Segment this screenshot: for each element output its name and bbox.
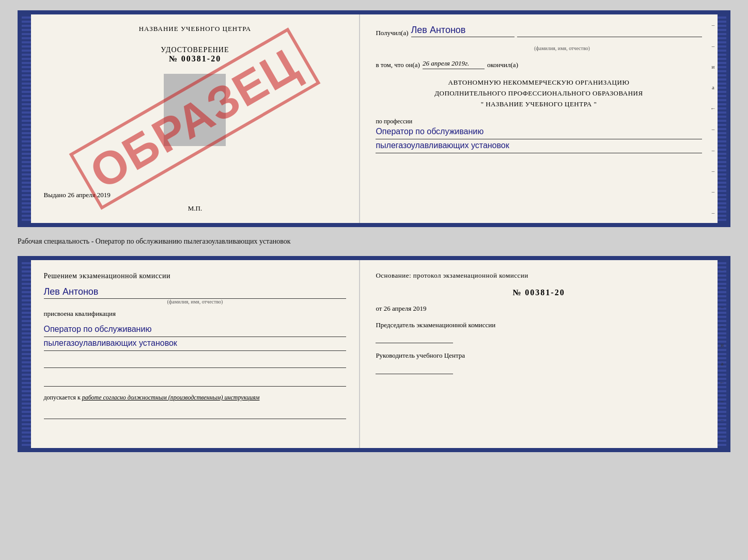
completed-suffix: окончил(а) [487,61,518,69]
photo-placeholder [164,74,226,146]
specialty-text: Рабочая специальность - Оператор по обсл… [18,233,730,250]
cert-left-panel: НАЗВАНИЕ УЧЕБНОГО ЦЕНТРА УДОСТОВЕРЕНИЕ №… [31,14,361,223]
fio-subtitle-bottom: (фамилия, имя, отчество) [44,299,347,305]
completed-date: 26 апреля 2019г. [423,59,485,69]
document-container: НАЗВАНИЕ УЧЕБНОГО ЦЕНТРА УДОСТОВЕРЕНИЕ №… [18,10,730,452]
document-block: УДОСТОВЕРЕНИЕ № 00381-20 [161,46,229,63]
right-side-markers: – – и а ← – – – – – [709,14,718,223]
left-spine [22,14,31,223]
qualification-block: Оператор по обслуживанию пылегазоулавлив… [44,323,347,351]
completed-line: в том, что он(а) 26 апреля 2019г. окончи… [376,59,702,69]
empty-line-2 [44,376,347,387]
bottom-right-panel: Основание: протокол экзаменационной коми… [360,260,717,448]
top-certificate: НАЗВАНИЕ УЧЕБНОГО ЦЕНТРА УДОСТОВЕРЕНИЕ №… [18,10,730,227]
protocol-date-prefix: от [376,305,382,312]
profession-label: по профессии [376,118,702,125]
osnov-header: Основание: протокол экзаменационной коми… [376,270,702,281]
qualification-label: присвоена квалификация [44,310,347,318]
bottom-left-panel: Решением экзаменационной комиссии Лев Ан… [31,260,361,448]
received-label: Получил(а) [376,29,408,37]
protocol-date: 26 апреля 2019 [384,305,427,312]
допускается-value: работе согласно должностным (производств… [82,394,260,401]
director-block: Руководитель учебного Центра [376,350,702,374]
received-name: Лев Антонов [411,25,515,37]
допускается-label: допускается к [44,394,81,401]
org-block: АВТОНОМНУЮ НЕКОММЕРЧЕСКУЮ ОРГАНИЗАЦИЮ ДО… [376,77,702,109]
chairman-signature-line [376,333,453,343]
profession-line2: пылегазоулавливающих установок [376,139,702,153]
bottom-certificate: Решением экзаменационной комиссии Лев Ан… [18,256,730,452]
org-line2: ДОПОЛНИТЕЛЬНОГО ПРОФЕССИОНАЛЬНОГО ОБРАЗО… [376,88,702,99]
document-title: УДОСТОВЕРЕНИЕ [161,46,229,54]
right-markers-bottom: – – – – и а ← – – – [718,260,726,448]
left-spine-bottom [22,260,31,448]
school-name-left: НАЗВАНИЕ УЧЕБНОГО ЦЕНТРА [139,25,251,33]
profession-block: по профессии Оператор по обслуживанию пы… [376,118,702,153]
director-label: Руководитель учебного Центра [376,350,702,361]
commission-person-name: Лев Антонов [44,286,347,299]
chairman-label: Председатель экзаменационной комиссии [376,320,702,331]
issued-label: Выдано [44,191,66,199]
mp-label: М.П. [188,204,202,213]
org-name: " НАЗВАНИЕ УЧЕБНОГО ЦЕНТРА " [376,99,702,110]
issued-date: 26 апреля 2019 [68,191,111,199]
qualification-line2: пылегазоулавливающих установок [44,337,347,351]
protocol-date-block: от 26 апреля 2019 [376,305,702,313]
dash-filler [517,37,702,37]
right-spine-top [718,14,727,223]
empty-line-1 [44,358,347,368]
profession-line1: Оператор по обслуживанию [376,125,702,139]
received-line: Получил(а) Лев Антонов [376,25,702,37]
empty-line-3 [44,409,347,419]
commission-header: Решением экзаменационной комиссии [44,270,347,281]
fio-subtitle-top: (фамилия, имя, отчество) [422,45,702,51]
org-line1: АВТОНОМНУЮ НЕКОММЕРЧЕСКУЮ ОРГАНИЗАЦИЮ [376,77,702,88]
protocol-number: № 00381-20 [376,288,702,297]
qualification-line1: Оператор по обслуживанию [44,323,347,337]
issued-block: Выдано 26 апреля 2019 [44,191,111,199]
commission-name-block: Лев Антонов (фамилия, имя, отчество) [44,286,347,305]
chairman-block: Председатель экзаменационной комиссии [376,320,702,344]
document-number: № 00381-20 [161,54,229,63]
допускается-block: допускается к работе согласно должностны… [44,393,347,402]
cert-right-panel: Получил(а) Лев Антонов (фамилия, имя, от… [360,14,717,223]
director-signature-line [376,364,453,374]
completed-prefix: в том, что он(а) [376,61,420,69]
